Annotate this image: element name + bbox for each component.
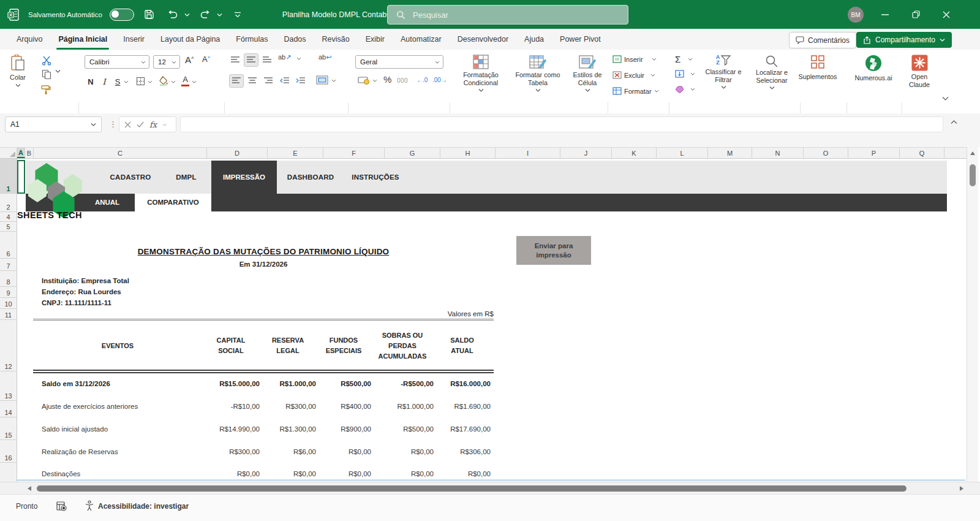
underline-chevron-icon[interactable]: [124, 80, 129, 83]
font-name-select[interactable]: Calibri: [85, 55, 149, 69]
orientation-chevron-icon[interactable]: [296, 57, 301, 60]
merge-chevron-icon[interactable]: [331, 79, 336, 82]
confirm-entry-icon[interactable]: [137, 121, 144, 127]
comma-style-button[interactable]: 000: [397, 77, 408, 84]
align-middle-button[interactable]: [244, 53, 258, 67]
wrap-text-button[interactable]: ab↩: [318, 53, 331, 61]
format-cells-button[interactable]: Formatar: [612, 87, 659, 95]
tab-ajuda[interactable]: Ajuda: [516, 29, 552, 50]
column-header[interactable]: O: [804, 148, 848, 158]
row-header[interactable]: 6: [0, 232, 17, 259]
comments-button[interactable]: Comentários: [789, 32, 856, 48]
fill-color-chevron-icon[interactable]: [171, 80, 176, 83]
tab-inserir[interactable]: Inserir: [115, 29, 153, 50]
format-as-table-button[interactable]: Formatar como Tabela: [510, 55, 566, 92]
cut-button[interactable]: [42, 56, 51, 66]
row-header[interactable]: 14: [0, 401, 17, 417]
tab-exibir[interactable]: Exibir: [358, 29, 393, 50]
name-box[interactable]: A1: [5, 116, 102, 132]
align-bottom-button[interactable]: [262, 56, 272, 64]
undo-chevron-icon[interactable]: [184, 13, 190, 17]
row-header[interactable]: 13: [0, 371, 17, 401]
subnav-tab-comparativo-active[interactable]: COMPARATIVO: [135, 194, 211, 211]
nav-tab-instrucoes[interactable]: INSTRUÇÕES: [352, 161, 399, 194]
row-header[interactable]: 4: [0, 212, 17, 222]
percent-style-button[interactable]: %: [383, 74, 391, 85]
column-header[interactable]: P: [848, 148, 900, 158]
column-header[interactable]: M: [708, 148, 752, 158]
column-header[interactable]: H: [440, 148, 496, 158]
clear-button[interactable]: [675, 85, 695, 93]
copy-chevron-icon[interactable]: [55, 69, 61, 73]
minimize-button[interactable]: [871, 0, 899, 29]
insert-function-button[interactable]: fx: [149, 120, 157, 129]
nav-tab-impressao-active[interactable]: IMPRESSÃO: [211, 161, 277, 211]
conditional-formatting-button[interactable]: Formatação Condicional: [454, 55, 507, 92]
restore-button[interactable]: [902, 0, 930, 29]
expand-formula-bar-icon[interactable]: [951, 120, 957, 124]
row-header[interactable]: 16: [0, 440, 17, 463]
column-header[interactable]: N: [752, 148, 804, 158]
formula-input[interactable]: [180, 116, 943, 132]
borders-chevron-icon[interactable]: [148, 80, 153, 83]
row-header[interactable]: 9: [0, 287, 17, 298]
tab-dados[interactable]: Dados: [276, 29, 314, 50]
font-size-select[interactable]: 12: [153, 55, 180, 69]
search-input[interactable]: [412, 10, 598, 20]
tab-automatizar[interactable]: Automatizar: [393, 29, 450, 50]
horizontal-scrollbar[interactable]: ⋮: [0, 482, 980, 494]
orientation-button[interactable]: ab↗: [278, 53, 291, 61]
autosave-toggle[interactable]: [110, 9, 134, 21]
sort-filter-button[interactable]: AZ Classificar e Filtrar: [699, 55, 747, 89]
column-header-partial[interactable]: [944, 148, 967, 158]
copy-button[interactable]: [42, 69, 51, 79]
horizontal-scroll-thumb[interactable]: [37, 485, 907, 492]
font-color-chevron-icon[interactable]: [192, 80, 197, 83]
undo-button[interactable]: [165, 7, 181, 23]
macro-record-icon[interactable]: [56, 501, 67, 511]
nav-tab-dmpl[interactable]: DMPL: [176, 161, 196, 194]
vertical-scrollbar[interactable]: [967, 147, 978, 482]
fill-color-button[interactable]: [158, 75, 168, 86]
accessibility-status[interactable]: Acessibilidade: investigar: [98, 502, 189, 511]
save-button[interactable]: [141, 7, 157, 23]
vertical-scroll-thumb[interactable]: [970, 164, 976, 186]
column-header[interactable]: A: [17, 148, 25, 158]
shrink-font-button[interactable]: A˅: [202, 55, 210, 64]
column-header[interactable]: I: [496, 148, 560, 158]
numerous-button[interactable]: Numerous.ai: [850, 55, 897, 82]
tab-arquivo[interactable]: Arquivo: [9, 29, 50, 50]
cancel-entry-icon[interactable]: [124, 121, 131, 128]
number-format-select[interactable]: Geral: [355, 55, 443, 69]
column-header[interactable]: G: [385, 148, 440, 158]
find-select-button[interactable]: Localizar e Selecionar: [748, 55, 795, 89]
row-header[interactable]: 11: [0, 309, 17, 320]
accounting-chevron-icon[interactable]: [372, 79, 377, 82]
delete-cells-button[interactable]: Excluir: [612, 71, 655, 79]
row-header[interactable]: 7: [0, 259, 17, 271]
sheet-canvas[interactable]: CADASTRO DMPL IMPRESSÃO DASHBOARD INSTRU…: [17, 159, 965, 482]
autosum-button[interactable]: Σ: [675, 54, 693, 64]
column-header[interactable]: J: [560, 148, 612, 158]
nav-tab-dashboard[interactable]: DASHBOARD: [287, 161, 334, 194]
tab-layout-da-pagina[interactable]: Layout da Página: [153, 29, 228, 50]
fill-button[interactable]: [675, 70, 695, 78]
tab-power-pivot[interactable]: Power Pivot: [552, 29, 609, 50]
name-box-splitter[interactable]: ⋮: [109, 120, 117, 129]
avatar[interactable]: BM: [848, 7, 864, 23]
nav-tab-cadastro[interactable]: CADASTRO: [110, 161, 151, 194]
row-header[interactable]: 12: [0, 320, 17, 371]
bold-button[interactable]: N: [85, 75, 97, 88]
share-button[interactable]: Compartilhamento: [856, 32, 952, 48]
paste-button[interactable]: Colar: [10, 55, 26, 87]
row-header[interactable]: 8: [0, 271, 17, 287]
format-painter-button[interactable]: [40, 84, 51, 95]
row-header-partial[interactable]: [0, 463, 17, 481]
insert-cells-button[interactable]: Inserir: [612, 55, 657, 63]
align-center-button[interactable]: [247, 77, 257, 85]
increase-indent-button[interactable]: [295, 77, 306, 85]
grow-font-button[interactable]: A˄: [185, 55, 194, 65]
tab-pagina-inicial[interactable]: Página Inicial: [50, 29, 115, 50]
column-header[interactable]: Q: [900, 148, 944, 158]
row-header[interactable]: 5: [0, 222, 17, 232]
